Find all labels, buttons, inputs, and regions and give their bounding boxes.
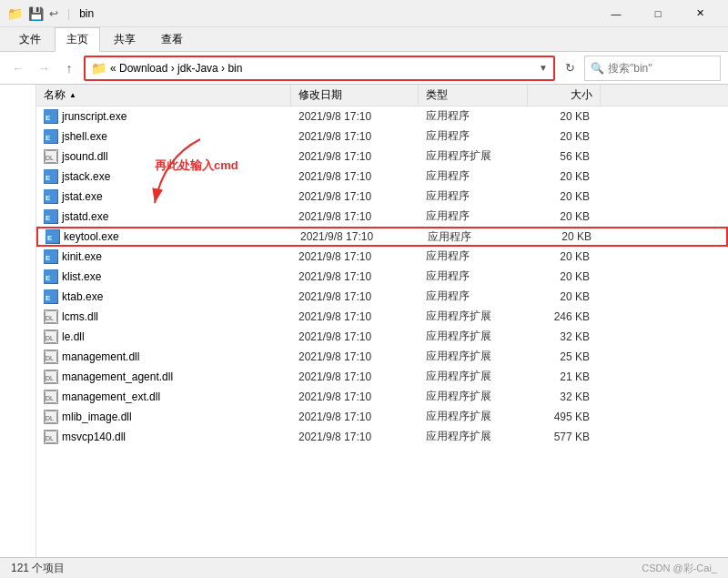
file-name: keytool.exe — [64, 230, 119, 243]
file-name: msvcp140.dll — [62, 431, 126, 443]
title-controls: — □ ✕ — [595, 0, 721, 27]
exe-icon: E — [44, 129, 58, 144]
table-row[interactable]: E ktab.exe 2021/9/8 17:10 应用程序 20 KB — [36, 287, 728, 307]
cell-date: 2021/9/8 17:10 — [291, 431, 419, 443]
dll-icon: DL — [44, 330, 58, 344]
forward-button[interactable]: → — [33, 57, 55, 79]
col-header-type[interactable]: 类型 — [419, 85, 528, 106]
file-list: 名称 ▲ 修改日期 类型 大小 E jrunscr — [36, 85, 728, 557]
svg-text:DL: DL — [46, 335, 54, 341]
dll-icon: DL — [44, 390, 58, 404]
cell-name: E klist.exe — [36, 269, 291, 284]
table-row[interactable]: DL msvcp140.dll 2021/9/8 17:10 应用程序扩展 57… — [36, 427, 728, 447]
file-name: jrunscript.exe — [62, 110, 126, 123]
up-button[interactable]: ↑ — [58, 57, 80, 79]
svg-text:E: E — [46, 194, 51, 202]
cell-size: 32 KB — [528, 390, 601, 403]
table-row[interactable]: DL le.dll 2021/9/8 17:10 应用程序扩展 32 KB — [36, 327, 728, 347]
svg-text:E: E — [46, 274, 51, 282]
title-bar: 📁 💾 ↩ | bin — □ ✕ — [0, 0, 728, 27]
cell-type: 应用程序扩展 — [419, 389, 528, 404]
file-name: management_ext.dll — [62, 390, 160, 403]
exe-icon: E — [44, 289, 58, 304]
address-bar[interactable]: 📁 « Download › jdk-Java › bin ▼ — [84, 56, 555, 81]
dll-icon: DL — [44, 350, 58, 364]
svg-text:DL: DL — [46, 155, 54, 161]
quick-save-icon: 💾 — [28, 6, 44, 21]
status-bar: 121 个项目 CSDN @彩-Cai_ — [0, 557, 728, 578]
cell-size: 20 KB — [528, 270, 601, 283]
cell-type: 应用程序 — [419, 248, 528, 264]
address-folder-icon: 📁 — [91, 61, 106, 76]
cell-type: 应用程序扩展 — [419, 349, 528, 364]
address-area: ← → ↑ 📁 « Download › jdk-Java › bin ▼ ↻ … — [0, 52, 728, 85]
minimize-button[interactable]: — — [595, 0, 637, 27]
svg-text:DL: DL — [46, 375, 54, 381]
file-name: jstatd.exe — [62, 210, 108, 223]
svg-text:E: E — [46, 294, 51, 302]
cell-type: 应用程序 — [419, 188, 528, 204]
table-row[interactable]: E jstack.exe 2021/9/8 17:10 应用程序 20 KB — [36, 167, 728, 187]
file-list-header: 名称 ▲ 修改日期 类型 大小 — [36, 85, 728, 106]
tab-home[interactable]: 主页 — [55, 27, 100, 52]
col-header-date[interactable]: 修改日期 — [291, 85, 419, 106]
cell-name: DL msvcp140.dll — [36, 430, 291, 444]
address-path: « Download › jdk-Java › bin — [110, 62, 535, 75]
table-row[interactable]: E jshell.exe 2021/9/8 17:10 应用程序 20 KB — [36, 127, 728, 147]
cell-size: 246 KB — [528, 310, 601, 323]
exe-icon: E — [46, 229, 60, 244]
table-row[interactable]: DL management_ext.dll 2021/9/8 17:10 应用程… — [36, 387, 728, 407]
address-dropdown-icon[interactable]: ▼ — [539, 63, 548, 73]
item-count: 121 个项目 — [11, 561, 65, 576]
search-input[interactable] — [608, 62, 714, 75]
cell-date: 2021/9/8 17:10 — [291, 290, 419, 303]
cell-date: 2021/9/8 17:10 — [291, 411, 419, 423]
close-button[interactable]: ✕ — [679, 0, 721, 27]
table-row[interactable]: E jstat.exe 2021/9/8 17:10 应用程序 20 KB — [36, 187, 728, 207]
cell-size: 20 KB — [530, 230, 602, 243]
file-name: jstat.exe — [62, 190, 103, 203]
cell-size: 20 KB — [528, 290, 601, 303]
cell-date: 2021/9/8 17:10 — [291, 370, 419, 383]
table-row[interactable]: E jstatd.exe 2021/9/8 17:10 应用程序 20 KB — [36, 207, 728, 227]
csdn-watermark: CSDN @彩-Cai_ — [642, 562, 717, 575]
table-row[interactable]: E kinit.exe 2021/9/8 17:10 应用程序 20 KB — [36, 247, 728, 267]
cell-name: DL jsound.dll — [36, 149, 291, 164]
tab-file[interactable]: 文件 — [7, 27, 53, 51]
cell-size: 56 KB — [528, 150, 601, 163]
search-box: 🔍 — [584, 56, 721, 81]
title-separator: | — [67, 7, 70, 20]
tab-view[interactable]: 查看 — [149, 27, 195, 51]
cell-size: 20 KB — [528, 210, 601, 223]
dll-icon: DL — [44, 410, 58, 424]
back-button[interactable]: ← — [7, 57, 29, 79]
ribbon-tabs: 文件 主页 共享 查看 — [0, 27, 728, 51]
table-row[interactable]: E jrunscript.exe 2021/9/8 17:10 应用程序 20 … — [36, 106, 728, 127]
file-rows: E jrunscript.exe 2021/9/8 17:10 应用程序 20 … — [36, 106, 728, 557]
file-name: jstack.exe — [62, 170, 110, 183]
ribbon: 文件 主页 共享 查看 — [0, 27, 728, 52]
table-row[interactable]: DL management.dll 2021/9/8 17:10 应用程序扩展 … — [36, 347, 728, 367]
cell-name: E keytool.exe — [38, 229, 293, 244]
refresh-button[interactable]: ↻ — [559, 57, 581, 79]
table-row[interactable]: E keytool.exe 2021/9/8 17:10 应用程序 20 KB — [36, 227, 728, 247]
file-name: jshell.exe — [62, 130, 107, 143]
maximize-button[interactable]: □ — [637, 0, 679, 27]
svg-text:DL: DL — [46, 415, 54, 421]
file-name: jsound.dll — [62, 150, 108, 163]
table-row[interactable]: E klist.exe 2021/9/8 17:10 应用程序 20 KB — [36, 267, 728, 287]
main-area: 再此处输入cmd 名称 ▲ 修改日期 — [0, 85, 728, 557]
cell-size: 20 KB — [528, 110, 601, 123]
table-row[interactable]: DL mlib_image.dll 2021/9/8 17:10 应用程序扩展 … — [36, 407, 728, 427]
cell-name: DL mlib_image.dll — [36, 410, 291, 424]
cell-date: 2021/9/8 17:10 — [291, 250, 419, 263]
cell-name: E jstatd.exe — [36, 209, 291, 224]
table-row[interactable]: DL jsound.dll 2021/9/8 17:10 应用程序扩展 56 K… — [36, 147, 728, 167]
table-row[interactable]: DL management_agent.dll 2021/9/8 17:10 应… — [36, 367, 728, 387]
table-row[interactable]: DL lcms.dll 2021/9/8 17:10 应用程序扩展 246 KB — [36, 307, 728, 327]
file-name: management_agent.dll — [62, 370, 173, 383]
col-header-name[interactable]: 名称 ▲ — [36, 85, 291, 106]
col-header-size[interactable]: 大小 — [528, 85, 601, 106]
tab-share[interactable]: 共享 — [102, 27, 147, 51]
cell-date: 2021/9/8 17:10 — [291, 330, 419, 343]
